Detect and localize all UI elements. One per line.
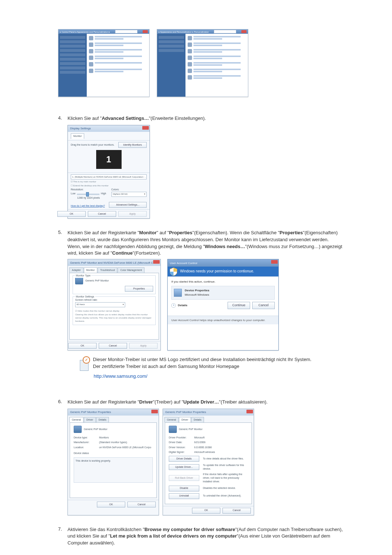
chevron-down-icon: ▾ — [123, 303, 124, 306]
extend-desktop-check[interactable]: ☐ Extend the desktop onto this monitor — [71, 184, 147, 187]
chevron-down-icon[interactable]: ▾ — [171, 303, 176, 308]
advanced-settings-button[interactable]: Advanced Settings... — [109, 202, 147, 208]
uac-item: Device Properties Microsoft Windows — [171, 286, 275, 299]
tasks-sidebar — [58, 34, 87, 97]
colors-select[interactable]: Highest (32 bit)▾ — [111, 192, 147, 197]
ok-button[interactable]: OK — [192, 508, 220, 514]
close-icon[interactable] — [142, 126, 149, 130]
control-panel-content — [87, 34, 149, 97]
display-settings-icon — [188, 75, 192, 80]
update-driver-button[interactable]: Update Driver... — [169, 464, 199, 470]
dialog-title: Display Settings — [68, 125, 150, 132]
identify-monitors-button[interactable]: Identify Monitors — [118, 142, 147, 148]
uninstall-button[interactable]: Uninstall — [169, 493, 199, 499]
monitor-preview[interactable]: 1 — [96, 150, 122, 169]
control-panel-screenshots: ▸ Control Panel ▸ Appearance and Persona… — [58, 29, 345, 97]
apply-button[interactable]: Apply — [129, 343, 158, 349]
cancel-button[interactable]: Cancel — [127, 502, 156, 507]
monitor-settings-group: Monitor Settings Screen refresh rate: 60… — [73, 296, 156, 325]
device-properties-icon — [174, 289, 182, 297]
close-icon[interactable] — [153, 260, 160, 264]
monitor-select[interactable]: 1. (Multiple Monitors) on NVIDIA GeForce… — [71, 174, 147, 179]
fonts-icon — [89, 62, 93, 66]
driver-properties-driver: Generic PnP Monitor Properties General D… — [163, 409, 254, 515]
tab-driver[interactable]: Driver — [179, 417, 191, 422]
screen-saver-icon — [188, 49, 192, 53]
tab-general[interactable]: General — [69, 417, 83, 422]
uac-dialog: User Account Control Windows needs your … — [167, 259, 279, 351]
cancel-button[interactable]: Cancel — [88, 211, 116, 217]
samsung-link: http://www.samsung.com/ — [94, 373, 345, 380]
tasks-sidebar — [157, 34, 185, 97]
note: ✓ Dieser Monitor-Treiber ist unter MS Lo… — [78, 356, 345, 370]
breadcrumb: ▸ Control Panel ▸ Appearance and Persona… — [60, 31, 110, 33]
refresh-rate-select[interactable]: 60 Hertz▾ — [75, 302, 125, 307]
folder-options-icon — [89, 56, 93, 60]
search-box[interactable] — [214, 30, 236, 33]
monitor-icon — [75, 277, 83, 284]
roll-back-driver-button[interactable]: Roll Back Driver — [169, 475, 199, 481]
properties-button[interactable]: Properties — [125, 286, 153, 292]
dialog-title: Generic PnP Monitor Properties — [68, 409, 159, 416]
ease-of-access-icon — [89, 49, 93, 53]
dialog-title: User Account Control — [168, 259, 278, 267]
monitor-type-group: Monitor Type Generic PnP Monitor Propert… — [73, 275, 156, 294]
driver-details-button[interactable]: Driver Details — [169, 456, 199, 462]
dialog-title: Generic PnP Monitor Properties — [163, 409, 254, 416]
colors-label: Colors: — [111, 188, 147, 191]
uac-footer: User Account Control helps stop unauthor… — [168, 316, 278, 325]
tab-troubleshoot[interactable]: Troubleshoot — [98, 267, 118, 273]
details-link[interactable]: Details — [178, 303, 187, 308]
disable-button[interactable]: Disable — [169, 486, 199, 491]
hide-modes-check[interactable]: ☑ Hide modes that the monitor cannot dis… — [75, 309, 153, 313]
uac-started-text: If you started this action, continue. — [171, 280, 275, 284]
window-titlebar: ▸ Appearance and Personalization ▸ Perso… — [157, 29, 248, 34]
tab-monitor[interactable]: Monitor — [84, 267, 97, 273]
control-panel-window-right: ▸ Appearance and Personalization ▸ Perso… — [157, 29, 248, 97]
driver-properties-general: Generic PnP Monitor Properties General D… — [68, 409, 159, 515]
tab-adapter[interactable]: Adapter — [69, 267, 83, 273]
tab-driver[interactable]: Driver — [84, 417, 96, 422]
close-icon[interactable] — [246, 410, 253, 413]
tab-color-management[interactable]: Color Management — [118, 267, 144, 273]
ok-button[interactable]: OK — [97, 502, 125, 507]
theme-icon — [188, 69, 192, 73]
tab-monitor[interactable]: Monitor — [71, 133, 84, 139]
cancel-button[interactable]: Cancel — [252, 302, 275, 309]
tab-details[interactable]: Details — [191, 417, 204, 422]
step4-body: Klicken Sie auf "Advanced Settings…"(Erw… — [68, 115, 345, 219]
main-monitor-check[interactable]: ☑ This is my main monitor — [71, 180, 147, 183]
resolution-slider[interactable] — [77, 194, 99, 195]
step-number: 7. — [58, 526, 68, 547]
continue-button[interactable]: Continue — [228, 302, 250, 309]
desktop-bg-icon — [188, 42, 192, 47]
chevron-down-icon: ▾ — [144, 193, 145, 196]
window-titlebar: ▸ Control Panel ▸ Appearance and Persona… — [58, 29, 149, 34]
sidebar-properties-icon — [89, 69, 93, 73]
step5-body: Klicken Sie auf der Registerkarte "Monit… — [68, 230, 345, 388]
close-icon[interactable] — [241, 30, 246, 33]
breadcrumb: ▸ Appearance and Personalization ▸ Perso… — [159, 31, 209, 33]
ok-button[interactable]: OK — [68, 343, 97, 349]
samsung-url[interactable]: http://www.samsung.com/ — [94, 373, 147, 379]
cancel-button[interactable]: Cancel — [222, 508, 251, 514]
apply-button[interactable]: Apply — [118, 211, 147, 217]
tab-general[interactable]: General — [164, 417, 179, 422]
close-icon[interactable] — [271, 260, 278, 264]
close-icon[interactable] — [151, 410, 158, 413]
step-number: 5. — [58, 230, 68, 388]
taskbar-icon — [89, 42, 93, 47]
dialog-title: Generic PnP Monitor and NVIDIA GeForce 6… — [68, 259, 160, 266]
ok-button[interactable]: OK — [57, 211, 86, 217]
device-status-label: Device status — [74, 451, 153, 455]
step7-body: Aktivieren Sie das Kontrollkästchen "Bro… — [68, 526, 345, 547]
tab-details[interactable]: Details — [96, 417, 109, 422]
close-icon[interactable] — [143, 30, 148, 33]
step6-body: Klicken Sie auf der Registerkarte "Drive… — [68, 399, 345, 515]
monitor-properties-dialog: Generic PnP Monitor and NVIDIA GeForce 6… — [68, 259, 161, 351]
best-display-link[interactable]: How do I get the best display? — [71, 204, 105, 208]
step-number: 6. — [58, 399, 68, 515]
hide-modes-help: Clearing this check box allows you to se… — [75, 313, 153, 323]
cancel-button[interactable]: Cancel — [99, 343, 127, 349]
search-box[interactable] — [115, 30, 138, 33]
